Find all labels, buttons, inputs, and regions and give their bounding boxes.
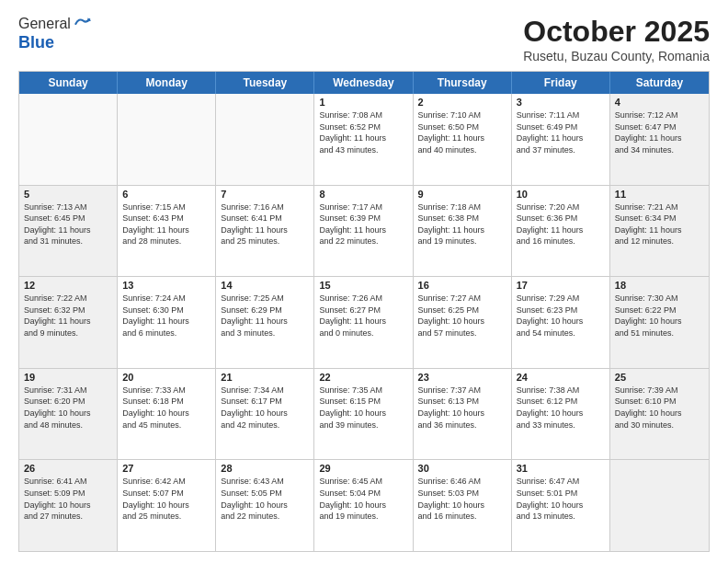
header: General Blue October 2025 Rusetu, Buzau …: [18, 15, 710, 63]
calendar-cell: 31Sunrise: 6:47 AM Sunset: 5:01 PM Dayli…: [512, 460, 610, 551]
day-info: Sunrise: 7:12 AM Sunset: 6:47 PM Dayligh…: [615, 109, 704, 155]
day-info: Sunrise: 7:30 AM Sunset: 6:22 PM Dayligh…: [615, 293, 704, 339]
calendar-cell: 1Sunrise: 7:08 AM Sunset: 6:52 PM Daylig…: [314, 94, 413, 185]
calendar-cell: 14Sunrise: 7:25 AM Sunset: 6:29 PM Dayli…: [216, 277, 314, 368]
day-number: 18: [615, 280, 704, 291]
day-number: 20: [122, 372, 210, 383]
day-number: 9: [418, 189, 506, 200]
day-info: Sunrise: 7:25 AM Sunset: 6:29 PM Dayligh…: [221, 293, 309, 339]
day-info: Sunrise: 6:47 AM Sunset: 5:01 PM Dayligh…: [517, 476, 605, 522]
calendar-cell: 30Sunrise: 6:46 AM Sunset: 5:03 PM Dayli…: [414, 460, 512, 551]
day-number: 27: [122, 463, 210, 474]
logo-general: General: [18, 16, 71, 32]
day-number: 29: [319, 463, 407, 474]
calendar-cell: 5Sunrise: 7:13 AM Sunset: 6:45 PM Daylig…: [19, 186, 118, 277]
day-info: Sunrise: 7:24 AM Sunset: 6:30 PM Dayligh…: [122, 293, 210, 339]
day-info: Sunrise: 6:41 AM Sunset: 5:09 PM Dayligh…: [24, 476, 112, 522]
calendar: SundayMondayTuesdayWednesdayThursdayFrid…: [18, 71, 710, 552]
calendar-cell: 20Sunrise: 7:33 AM Sunset: 6:18 PM Dayli…: [118, 369, 216, 460]
calendar-cell: 11Sunrise: 7:21 AM Sunset: 6:34 PM Dayli…: [610, 186, 709, 277]
calendar-cell: 7Sunrise: 7:16 AM Sunset: 6:41 PM Daylig…: [216, 186, 314, 277]
weekday-header: Wednesday: [314, 72, 413, 94]
logo-blue: Blue: [18, 33, 91, 52]
calendar-body: 1Sunrise: 7:08 AM Sunset: 6:52 PM Daylig…: [19, 94, 709, 551]
day-info: Sunrise: 7:27 AM Sunset: 6:25 PM Dayligh…: [418, 293, 506, 339]
day-number: 24: [517, 372, 605, 383]
calendar-row: 1Sunrise: 7:08 AM Sunset: 6:52 PM Daylig…: [19, 94, 709, 185]
calendar-cell: 18Sunrise: 7:30 AM Sunset: 6:22 PM Dayli…: [610, 277, 709, 368]
weekday-header: Sunday: [19, 72, 118, 94]
day-number: 25: [615, 372, 704, 383]
location-subtitle: Rusetu, Buzau County, Romania: [523, 49, 710, 63]
day-number: 14: [221, 280, 309, 291]
day-info: Sunrise: 7:17 AM Sunset: 6:39 PM Dayligh…: [319, 201, 407, 247]
day-info: Sunrise: 7:26 AM Sunset: 6:27 PM Dayligh…: [319, 293, 407, 339]
calendar-cell: [216, 94, 314, 185]
weekday-header: Saturday: [610, 72, 709, 94]
day-info: Sunrise: 6:42 AM Sunset: 5:07 PM Dayligh…: [122, 476, 210, 522]
day-info: Sunrise: 7:39 AM Sunset: 6:10 PM Dayligh…: [615, 385, 704, 431]
day-info: Sunrise: 7:37 AM Sunset: 6:13 PM Dayligh…: [418, 385, 506, 431]
calendar-row: 19Sunrise: 7:31 AM Sunset: 6:20 PM Dayli…: [19, 368, 709, 460]
calendar-cell: 13Sunrise: 7:24 AM Sunset: 6:30 PM Dayli…: [118, 277, 216, 368]
day-info: Sunrise: 7:29 AM Sunset: 6:23 PM Dayligh…: [517, 293, 605, 339]
calendar-cell: 2Sunrise: 7:10 AM Sunset: 6:50 PM Daylig…: [414, 94, 512, 185]
logo: General Blue: [18, 15, 91, 52]
day-info: Sunrise: 7:18 AM Sunset: 6:38 PM Dayligh…: [418, 201, 506, 247]
day-info: Sunrise: 7:13 AM Sunset: 6:45 PM Dayligh…: [24, 201, 112, 247]
calendar-cell: 22Sunrise: 7:35 AM Sunset: 6:15 PM Dayli…: [314, 369, 413, 460]
day-number: 7: [221, 189, 309, 200]
calendar-row: 26Sunrise: 6:41 AM Sunset: 5:09 PM Dayli…: [19, 459, 709, 551]
weekday-header: Tuesday: [216, 72, 314, 94]
calendar-row: 5Sunrise: 7:13 AM Sunset: 6:45 PM Daylig…: [19, 185, 709, 277]
day-number: 28: [221, 463, 309, 474]
calendar-cell: [610, 460, 709, 551]
day-number: 22: [319, 372, 407, 383]
calendar-cell: 29Sunrise: 6:45 AM Sunset: 5:04 PM Dayli…: [314, 460, 413, 551]
day-info: Sunrise: 7:08 AM Sunset: 6:52 PM Dayligh…: [319, 109, 407, 155]
day-info: Sunrise: 7:10 AM Sunset: 6:50 PM Dayligh…: [418, 109, 506, 155]
day-info: Sunrise: 7:33 AM Sunset: 6:18 PM Dayligh…: [122, 385, 210, 431]
title-block: October 2025 Rusetu, Buzau County, Roman…: [523, 15, 710, 63]
calendar-cell: [19, 94, 118, 185]
calendar-cell: 12Sunrise: 7:22 AM Sunset: 6:32 PM Dayli…: [19, 277, 118, 368]
day-info: Sunrise: 7:21 AM Sunset: 6:34 PM Dayligh…: [615, 201, 704, 247]
day-info: Sunrise: 7:22 AM Sunset: 6:32 PM Dayligh…: [24, 293, 112, 339]
weekday-header: Thursday: [414, 72, 512, 94]
page: General Blue October 2025 Rusetu, Buzau …: [0, 0, 728, 563]
day-info: Sunrise: 7:34 AM Sunset: 6:17 PM Dayligh…: [221, 385, 309, 431]
calendar-cell: 25Sunrise: 7:39 AM Sunset: 6:10 PM Dayli…: [610, 369, 709, 460]
day-info: Sunrise: 7:35 AM Sunset: 6:15 PM Dayligh…: [319, 385, 407, 431]
weekday-header: Monday: [118, 72, 216, 94]
calendar-cell: 23Sunrise: 7:37 AM Sunset: 6:13 PM Dayli…: [414, 369, 512, 460]
day-info: Sunrise: 7:16 AM Sunset: 6:41 PM Dayligh…: [221, 201, 309, 247]
day-number: 12: [24, 280, 112, 291]
day-info: Sunrise: 7:38 AM Sunset: 6:12 PM Dayligh…: [517, 385, 605, 431]
day-info: Sunrise: 7:20 AM Sunset: 6:36 PM Dayligh…: [517, 201, 605, 247]
day-number: 15: [319, 280, 407, 291]
calendar-cell: 8Sunrise: 7:17 AM Sunset: 6:39 PM Daylig…: [314, 186, 413, 277]
calendar-cell: 9Sunrise: 7:18 AM Sunset: 6:38 PM Daylig…: [414, 186, 512, 277]
day-number: 30: [418, 463, 506, 474]
day-info: Sunrise: 6:46 AM Sunset: 5:03 PM Dayligh…: [418, 476, 506, 522]
calendar-cell: 19Sunrise: 7:31 AM Sunset: 6:20 PM Dayli…: [19, 369, 118, 460]
calendar-cell: 10Sunrise: 7:20 AM Sunset: 6:36 PM Dayli…: [512, 186, 610, 277]
day-number: 2: [418, 97, 506, 108]
calendar-cell: 3Sunrise: 7:11 AM Sunset: 6:49 PM Daylig…: [512, 94, 610, 185]
calendar-row: 12Sunrise: 7:22 AM Sunset: 6:32 PM Dayli…: [19, 276, 709, 368]
calendar-cell: 26Sunrise: 6:41 AM Sunset: 5:09 PM Dayli…: [19, 460, 118, 551]
day-number: 3: [517, 97, 605, 108]
svg-marker-0: [87, 17, 91, 21]
day-number: 1: [319, 97, 407, 108]
day-number: 19: [24, 372, 112, 383]
day-info: Sunrise: 6:45 AM Sunset: 5:04 PM Dayligh…: [319, 476, 407, 522]
day-number: 16: [418, 280, 506, 291]
day-info: Sunrise: 6:43 AM Sunset: 5:05 PM Dayligh…: [221, 476, 309, 522]
day-number: 11: [615, 189, 704, 200]
calendar-cell: 28Sunrise: 6:43 AM Sunset: 5:05 PM Dayli…: [216, 460, 314, 551]
day-number: 23: [418, 372, 506, 383]
day-number: 5: [24, 189, 112, 200]
day-info: Sunrise: 7:11 AM Sunset: 6:49 PM Dayligh…: [517, 109, 605, 155]
day-number: 26: [24, 463, 112, 474]
calendar-cell: 4Sunrise: 7:12 AM Sunset: 6:47 PM Daylig…: [610, 94, 709, 185]
